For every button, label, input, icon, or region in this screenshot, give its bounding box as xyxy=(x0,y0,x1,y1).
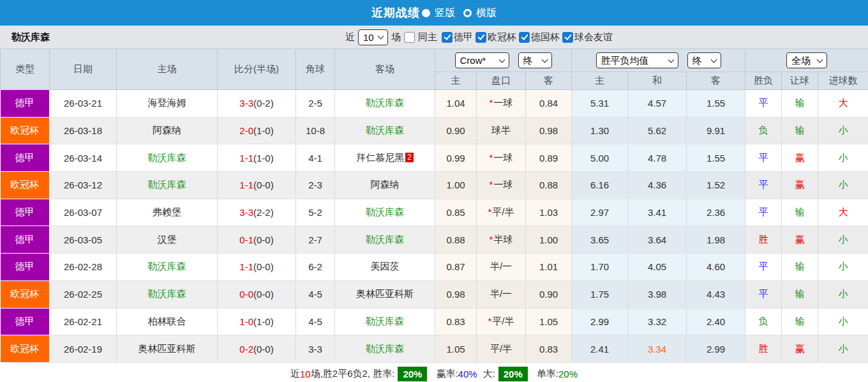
result-handicap: 输 xyxy=(782,308,818,335)
vertical-layout-radio[interactable] xyxy=(422,9,430,17)
league-badge: 德甲 xyxy=(1,226,50,254)
avg-home: 1.75 xyxy=(572,280,628,308)
summary-text: 场,胜2平6负2, 胜率: xyxy=(311,368,395,380)
corner-score: 10-8 xyxy=(296,117,335,144)
horizontal-layout-label[interactable]: 横版 xyxy=(476,6,497,20)
sub-header-avg-away: 客 xyxy=(687,72,745,90)
sub-header-handicap-result: 让球 xyxy=(782,72,818,90)
col-header-type: 类型 xyxy=(1,49,50,90)
corner-score: 6-2 xyxy=(296,254,335,281)
odds-away: 0.90 xyxy=(526,280,572,308)
match-date: 26-02-21 xyxy=(50,308,117,335)
league-badge: 德甲 xyxy=(1,144,50,172)
odds-state-select[interactable]: 终 xyxy=(518,52,552,68)
sub-header-goals: 进球数 xyxy=(818,72,868,90)
match-date: 26-03-14 xyxy=(50,144,117,172)
odds-company-select[interactable]: Crow* xyxy=(455,52,509,68)
avg-away: 1.52 xyxy=(687,172,745,199)
odds-away: 0.83 xyxy=(526,335,572,363)
league-badge: 欧冠杯 xyxy=(1,117,50,144)
corner-score: 2-5 xyxy=(296,90,335,118)
home-team: 汉堡 xyxy=(117,226,218,254)
handicap-line: 平/半 xyxy=(477,335,526,363)
avg-away: 2.40 xyxy=(687,308,745,335)
page-title: 近期战绩 xyxy=(371,5,420,20)
result-handicap: 输 xyxy=(782,254,818,281)
scope-select[interactable]: 全场 xyxy=(786,52,827,68)
result-outcome: 负 xyxy=(745,117,782,144)
match-date: 26-03-07 xyxy=(50,199,117,226)
avg-type-select-wrap: 胜平负均值 xyxy=(596,52,678,68)
result-handicap: 赢 xyxy=(782,144,818,172)
score: 2-0(1-0) xyxy=(218,117,296,144)
avg-draw: 5.62 xyxy=(628,117,687,144)
same-venue-label: 同主 xyxy=(418,31,437,43)
col-header-score: 比分(半场) xyxy=(218,49,296,90)
avg-draw: 3.32 xyxy=(628,308,687,335)
avg-state-select[interactable]: 终 xyxy=(687,52,721,68)
league-checkbox-label-3: 球会友谊 xyxy=(574,31,613,43)
summary-footer: 近10场,胜2平6负2, 胜率:20%赢率:40%大:20%单率:20% xyxy=(0,363,868,382)
odds-away: 1.01 xyxy=(526,254,572,281)
col-header-date: 日期 xyxy=(50,49,117,90)
rate-badge: 20% xyxy=(498,367,528,381)
same-venue-checkbox[interactable] xyxy=(404,32,415,43)
recent-count-select[interactable]: 10 xyxy=(358,29,388,45)
results-table: 类型 日期 主场 比分(半场) 角球 客场 Crow* 终 xyxy=(0,49,868,363)
matches-label: 场 xyxy=(391,31,401,43)
col-header-home: 主场 xyxy=(117,49,218,90)
near-label: 近 xyxy=(345,31,355,43)
away-team: 勒沃库森 xyxy=(335,90,435,118)
result-goals: 小 xyxy=(818,226,868,254)
result-outcome: 平 xyxy=(745,144,782,172)
away-team: 勒沃库森 xyxy=(335,117,435,144)
result-outcome: 平 xyxy=(745,172,782,199)
corner-score: 5-2 xyxy=(296,199,335,226)
avg-type-select[interactable]: 胜平负均值 xyxy=(596,52,678,68)
result-outcome: 平 xyxy=(745,199,782,226)
odds-away: 0.88 xyxy=(526,172,572,199)
handicap-line: 球半 xyxy=(477,117,526,144)
away-team: 拜仁慕尼黑2 xyxy=(335,144,435,172)
odds-company-select-wrap: Crow* xyxy=(455,52,509,68)
home-team: 弗赖堡 xyxy=(117,199,218,226)
vertical-layout-label[interactable]: 竖版 xyxy=(435,6,455,20)
sub-header-odds-away: 客 xyxy=(526,72,572,90)
score: 1-1(0-0) xyxy=(218,254,296,281)
league-checkbox-2[interactable] xyxy=(519,32,530,43)
handicap-line: *半球 xyxy=(477,226,526,254)
league-checkbox-0[interactable] xyxy=(442,32,453,43)
odds-state-select-wrap: 终 xyxy=(518,52,552,68)
league-badge: 德甲 xyxy=(1,254,50,281)
recent-results-panel: 近期战绩 竖版 横版 勒沃库森 近 10 场 同主 德甲欧冠杯德国杯球会友谊 xyxy=(0,0,868,382)
league-checkbox-3[interactable] xyxy=(562,32,573,43)
recent-count-select-wrap: 10 xyxy=(358,29,388,45)
avg-away: 1.98 xyxy=(687,226,745,254)
odds-home: 0.88 xyxy=(435,226,477,254)
odds-home: 0.87 xyxy=(435,254,477,281)
horizontal-layout-radio[interactable] xyxy=(463,9,472,17)
score: 1-0(1-0) xyxy=(218,308,296,335)
league-badge: 德甲 xyxy=(1,90,50,118)
score: 1-1(1-0) xyxy=(218,144,296,172)
summary-text: 40% xyxy=(458,369,477,379)
summary-text: 单率: xyxy=(537,368,558,380)
home-team: 勒沃库森 xyxy=(117,144,218,172)
match-date: 26-02-25 xyxy=(50,280,117,308)
result-handicap: 输 xyxy=(782,117,818,144)
league-checkbox-1[interactable] xyxy=(475,32,486,43)
avg-away: 2.99 xyxy=(687,335,745,363)
result-goals: 大 xyxy=(818,199,868,226)
avg-away: 9.91 xyxy=(687,117,745,144)
result-goals: 小 xyxy=(818,172,868,199)
avg-home: 2.41 xyxy=(572,335,628,363)
avg-draw: 4.05 xyxy=(628,254,687,281)
sub-header-outcome: 胜负 xyxy=(745,72,782,90)
avg-home: 2.99 xyxy=(572,308,628,335)
match-date: 26-03-05 xyxy=(50,226,117,254)
corner-score: 4-1 xyxy=(296,144,335,172)
corner-score: 2-7 xyxy=(296,226,335,254)
home-team: 海登海姆 xyxy=(117,90,218,118)
avg-away: 4.60 xyxy=(687,254,745,281)
rate-badge: 20% xyxy=(398,367,427,381)
